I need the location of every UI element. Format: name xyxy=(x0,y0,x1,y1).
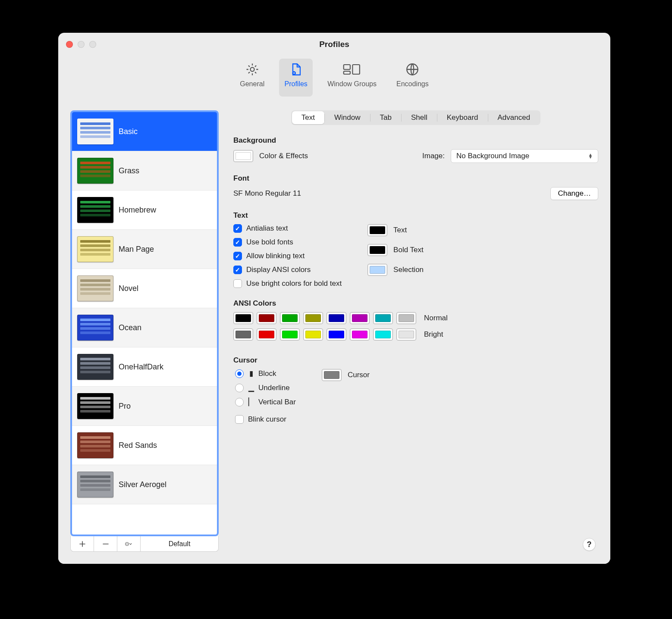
profile-name: Red Sands xyxy=(119,441,157,450)
profile-thumb xyxy=(77,275,113,301)
profile-name: OneHalfDark xyxy=(119,363,163,372)
bold-color-well[interactable] xyxy=(367,244,387,256)
ansi-color-well[interactable] xyxy=(233,328,253,341)
profile-row-silver-aerogel[interactable]: Silver Aerogel xyxy=(72,465,217,504)
profile-actions-menu[interactable] xyxy=(117,536,141,551)
ansi-color-well[interactable] xyxy=(233,312,253,324)
ansi-color-well[interactable] xyxy=(350,312,370,324)
profile-name: Pro xyxy=(119,402,131,411)
checkbox-icon xyxy=(233,224,242,233)
svg-rect-3 xyxy=(344,71,350,74)
vertical-cursor-icon: ▏ xyxy=(248,397,254,406)
background-image-dropdown[interactable]: No Background Image ▲▼ xyxy=(451,149,598,163)
toolbar-icon xyxy=(289,61,303,78)
toolbar-icon xyxy=(245,61,260,78)
profile-row-red-sands[interactable]: Red Sands xyxy=(72,426,217,465)
checkbox-icon xyxy=(233,252,242,260)
underline-cursor-icon: ▁ xyxy=(248,383,254,392)
background-image-label: Image: xyxy=(422,152,445,160)
text-color-well[interactable] xyxy=(367,224,387,236)
radio-icon xyxy=(235,398,244,406)
profile-row-homebrew[interactable]: Homebrew xyxy=(72,191,217,230)
cursor-color-well[interactable] xyxy=(322,369,342,381)
subtab-shell[interactable]: Shell xyxy=(402,111,437,124)
ansi-color-well[interactable] xyxy=(373,312,393,324)
profile-thumb xyxy=(77,472,113,497)
profile-thumb xyxy=(77,236,113,262)
section-text: Text Antialias text Use bold fonts Allow… xyxy=(233,211,598,288)
subtab-advanced[interactable]: Advanced xyxy=(488,111,540,124)
profile-thumb xyxy=(77,197,113,223)
add-profile-button[interactable] xyxy=(71,536,94,551)
toolbar-profiles[interactable]: Profiles xyxy=(279,59,313,97)
block-cursor-icon: ▮ xyxy=(248,369,254,378)
svg-point-7 xyxy=(126,544,126,544)
ansi-color-well[interactable] xyxy=(327,312,346,324)
toolbar-window-groups[interactable]: Window Groups xyxy=(322,59,382,97)
background-color-well[interactable] xyxy=(233,150,253,162)
change-font-button[interactable]: Change… xyxy=(550,187,598,200)
radio-underline[interactable]: ▁Underline xyxy=(235,383,296,392)
checkbox-bright-bold[interactable]: Use bright colors for bold text xyxy=(233,279,342,288)
profile-row-onehalfdark[interactable]: OneHalfDark xyxy=(72,347,217,387)
profile-thumb xyxy=(77,158,113,184)
ansi-color-well[interactable] xyxy=(280,328,300,341)
checkbox-blink-cursor[interactable]: Blink cursor xyxy=(235,415,296,424)
profile-row-ocean[interactable]: Ocean xyxy=(72,308,217,347)
checkbox-label: Use bold fonts xyxy=(246,238,293,247)
checkbox-blinking[interactable]: Allow blinking text xyxy=(233,252,342,260)
profile-row-man-page[interactable]: Man Page xyxy=(72,230,217,269)
section-ansi: ANSI Colors Normal Bright xyxy=(233,299,598,345)
ansi-color-well[interactable] xyxy=(373,328,393,341)
ansi-color-well[interactable] xyxy=(303,312,323,324)
subtab-window[interactable]: Window xyxy=(325,111,370,124)
ansi-color-well[interactable] xyxy=(257,312,276,324)
profile-editor: TextWindowTabShellKeyboardAdvanced Backg… xyxy=(233,110,598,552)
ansi-color-well[interactable] xyxy=(327,328,346,341)
profile-row-pro[interactable]: Pro xyxy=(72,387,217,426)
profile-name: Grass xyxy=(119,166,139,175)
help-button[interactable]: ? xyxy=(583,538,596,551)
toolbar-general[interactable]: General xyxy=(235,59,270,97)
ansi-color-well[interactable] xyxy=(396,312,416,324)
checkbox-icon xyxy=(233,238,242,247)
radio-block[interactable]: ▮Block xyxy=(235,369,296,378)
profile-thumb xyxy=(77,393,113,419)
checkbox-antialias[interactable]: Antialias text xyxy=(233,224,342,233)
profile-row-grass[interactable]: Grass xyxy=(72,151,217,191)
ansi-color-well[interactable] xyxy=(350,328,370,341)
checkbox-label: Blink cursor xyxy=(248,415,286,424)
profile-list[interactable]: Basic Grass Homebrew Man Page Novel xyxy=(70,110,219,536)
checkbox-bold-fonts[interactable]: Use bold fonts xyxy=(233,238,342,247)
selection-color-well[interactable] xyxy=(367,264,387,276)
ansi-color-well[interactable] xyxy=(396,328,416,341)
profile-name: Man Page xyxy=(119,245,154,254)
section-cursor: Cursor ▮Block ▁Underline ▏Vertical Bar B… xyxy=(233,356,598,424)
ansi-color-well[interactable] xyxy=(280,312,300,324)
svg-point-8 xyxy=(126,544,127,544)
section-title-font: Font xyxy=(233,174,598,183)
section-title-ansi: ANSI Colors xyxy=(233,299,598,308)
subtab-text[interactable]: Text xyxy=(292,111,324,124)
profile-thumb xyxy=(77,315,113,341)
subtab-tab[interactable]: Tab xyxy=(371,111,401,124)
set-default-button[interactable]: Default xyxy=(141,536,218,551)
profile-list-footer: Default xyxy=(70,536,219,552)
section-title-background: Background xyxy=(233,136,598,145)
subtab-keyboard[interactable]: Keyboard xyxy=(437,111,488,124)
toolbar-encodings[interactable]: Encodings xyxy=(391,59,434,97)
ansi-color-well[interactable] xyxy=(257,328,276,341)
checkbox-ansi[interactable]: Display ANSI colors xyxy=(233,266,342,274)
profile-name: Homebrew xyxy=(119,206,156,215)
radio-vertical[interactable]: ▏Vertical Bar xyxy=(235,397,296,406)
ansi-color-well[interactable] xyxy=(303,328,323,341)
profile-row-novel[interactable]: Novel xyxy=(72,269,217,308)
checkbox-label: Antialias text xyxy=(246,224,288,233)
remove-profile-button[interactable] xyxy=(94,536,117,551)
ansi-normal-row: Normal xyxy=(233,312,598,324)
checkbox-icon xyxy=(235,415,244,424)
profile-row-basic[interactable]: Basic xyxy=(72,112,217,151)
window-title: Profiles xyxy=(58,40,610,49)
svg-rect-4 xyxy=(352,65,360,74)
font-value: SF Mono Regular 11 xyxy=(233,189,301,198)
